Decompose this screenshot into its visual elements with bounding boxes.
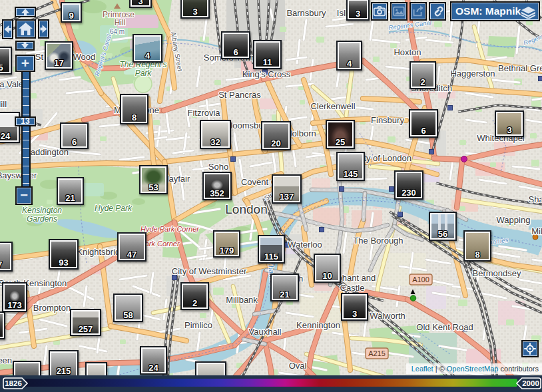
svg-text:London: London (225, 202, 267, 216)
svg-text:Millbank: Millbank (226, 295, 258, 305)
svg-text:A215: A215 (368, 349, 386, 357)
svg-text:A100: A100 (412, 276, 429, 284)
svg-text:Waterloo: Waterloo (288, 240, 322, 250)
svg-text:Mill: Mill (531, 226, 542, 236)
svg-text:Walworth: Walworth (370, 311, 406, 321)
svg-text:Castle: Castle (340, 283, 365, 293)
svg-text:Hyde Park Corner: Hyde Park Corner (140, 225, 200, 233)
svg-text:Oval: Oval (289, 361, 307, 371)
svg-text:King's Cross: King's Cross (242, 69, 291, 79)
svg-text:Park: Park (135, 69, 152, 78)
svg-text:2000: 2000 (522, 379, 539, 387)
svg-text:Finsbury: Finsbury (371, 115, 404, 125)
svg-text:Clerkenwell: Clerkenwell (310, 101, 355, 111)
svg-text:Hill: Hill (115, 18, 126, 27)
svg-text:Brompton: Brompton (33, 303, 71, 313)
svg-text:Haggerston: Haggerston (450, 69, 495, 79)
svg-text:Shadwell: Shadwell (529, 194, 542, 204)
svg-text:Hill: Hill (0, 99, 7, 109)
svg-text:Pimlico: Pimlico (184, 320, 212, 330)
svg-text:Fitzrovia: Fitzrovia (187, 108, 220, 118)
svg-text:City of Westminster: City of Westminster (172, 266, 247, 276)
svg-text:Gardens: Gardens (27, 214, 57, 224)
svg-text:Hoxton: Hoxton (394, 47, 421, 57)
svg-text:St Pancras: St Pancras (218, 90, 261, 100)
svg-text:Barnsbury: Barnsbury (286, 8, 326, 18)
svg-text:64 m: 64 m (110, 28, 125, 35)
svg-text:Bayswater: Bayswater (0, 170, 37, 180)
svg-text:Wapping: Wapping (497, 215, 531, 225)
svg-text:Bethnal Green: Bethnal Green (498, 63, 542, 73)
svg-text:The Borough: The Borough (353, 236, 403, 246)
svg-text:Kennington: Kennington (296, 320, 340, 330)
svg-text:Hyde Park: Hyde Park (95, 204, 133, 213)
svg-text:1826: 1826 (5, 379, 22, 387)
svg-text:Soho: Soho (208, 162, 228, 172)
svg-text:Bermondsey: Bermondsey (473, 268, 521, 278)
svg-text:Old Kent Road: Old Kent Road (416, 322, 473, 332)
svg-text:Maida Vale: Maida Vale (0, 79, 23, 89)
svg-text:Kensington: Kensington (22, 206, 62, 215)
svg-text:Vauxhall: Vauxhall (249, 327, 282, 337)
svg-text:Green: Green (0, 355, 12, 365)
